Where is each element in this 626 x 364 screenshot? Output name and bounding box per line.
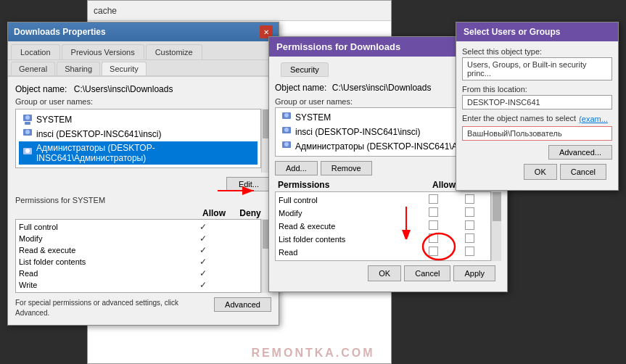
cb-full-allow[interactable] [429, 194, 438, 204]
perm-modify-allow: ✓ [185, 233, 221, 244]
dp-perm-listfolder-deny [451, 233, 487, 245]
perm-deny-header: Deny [232, 208, 268, 218]
tab-location[interactable]: Location [11, 44, 60, 59]
tab-general[interactable]: General [11, 62, 55, 75]
svg-point-2 [25, 115, 30, 120]
perm-fullcontrol-allow: ✓ [185, 222, 221, 232]
dp-perm-listfolder-name: List folder contents [279, 235, 415, 244]
perms-cancel-button[interactable]: Cancel [404, 265, 450, 281]
perms-add-button[interactable]: Add... [275, 161, 318, 175]
svg-rect-1 [25, 122, 30, 125]
perms-user-name-admins: Администраторы (DESKTOP-INSC641\Адми... [295, 141, 481, 152]
svg-point-8 [284, 113, 289, 117]
dp-perm-full-deny [451, 194, 487, 206]
select-users-title: Select Users or Groups [456, 22, 618, 41]
tab-security[interactable]: Security [102, 62, 147, 75]
select-location-label: From this location: [462, 85, 612, 94]
user-name-system: SYSTEM [36, 115, 72, 125]
file-explorer-title: cache [94, 6, 385, 16]
cb-readexec-deny[interactable] [465, 220, 474, 230]
file-explorer-titlebar: cache [88, 1, 391, 21]
perm-write-allow: ✓ [185, 280, 221, 290]
edit-button[interactable]: Edit... [226, 177, 271, 191]
dp-perm-read-name: Read [279, 248, 415, 257]
svg-point-12 [284, 142, 289, 146]
perm-read-name: Read [19, 269, 185, 278]
perm-row-write: Write ✓ [19, 279, 258, 291]
cb-listfolder-deny[interactable] [465, 233, 474, 243]
perms-apply-button[interactable]: Apply [453, 265, 495, 281]
dp-perm-full-name: Full control [279, 196, 415, 204]
props-group-label: Group or user names: [15, 97, 271, 106]
cb-listfolder-allow[interactable] [429, 233, 438, 243]
cb-read-allow[interactable] [429, 247, 438, 256]
select-objecttype-label: Select this object type: [462, 47, 612, 56]
dp-perm-row-readexec: Read & execute [279, 220, 487, 233]
perm-modify-name: Modify [19, 234, 185, 243]
perms-ok-button[interactable]: OK [368, 265, 401, 281]
props-perm-title: Permissions for SYSTEM [15, 196, 271, 204]
cb-modify-allow[interactable] [429, 207, 438, 217]
perm-readexec-name: Read & execute [19, 246, 185, 255]
perms-user-icon-insci [281, 126, 292, 138]
perm-readexec-allow: ✓ [185, 245, 221, 255]
downloads-properties-dialog: Downloads Properties ✕ Location Previous… [7, 22, 279, 326]
user-item-insci[interactable]: insci (DESKTOP-INSC641\insci) [19, 127, 258, 141]
tab-sharing[interactable]: Sharing [57, 62, 100, 75]
dp-perm-readexec-name: Read & execute [279, 222, 415, 231]
tab-previous-versions[interactable]: Previous Versions [62, 44, 144, 59]
cb-modify-deny[interactable] [465, 207, 474, 217]
perms-object-label: Object name: [275, 83, 326, 93]
props-users-box: SYSTEM insci (DESKTOP-INSC641\insci) Адм… [15, 109, 261, 168]
dp-perm-row-modify: Modify [279, 207, 487, 220]
select-users-dialog: Select Users or Groups Select this objec… [456, 22, 619, 191]
props-object-row: Object name: C:\Users\insci\Downloads [15, 84, 271, 94]
props-object-value: C:\Users\insci\Downloads [74, 84, 173, 94]
dp-perm-scrollbar-thumb [493, 192, 501, 221]
select-advanced-button[interactable]: Advanced... [548, 145, 612, 160]
dp-perm-modify-name: Modify [279, 209, 415, 218]
perm-row-modify: Modify ✓ [19, 233, 258, 244]
perm-listfolder-allow: ✓ [185, 257, 221, 267]
props-object-label: Object name: [15, 84, 67, 94]
user-name-insci: insci (DESKTOP-INSC641\insci) [36, 129, 162, 139]
perms-user-icon-system [281, 112, 292, 123]
dp-perm-row-full: Full control [279, 194, 487, 207]
dp-perm-row-read: Read [279, 246, 487, 259]
perms-perm-title: Permissions [278, 180, 426, 190]
props-perm-box: Full control ✓ Modify ✓ Read & execute ✓ [15, 219, 261, 293]
perm-fullcontrol-name: Full control [19, 223, 185, 231]
dp-perm-listfolder-allow [415, 233, 451, 245]
perm-row-listfolder: List folder contents ✓ [19, 256, 258, 268]
perms-perm-box: Full control Modify Read & execute List … [275, 191, 491, 261]
props-perm-section: Permissions for SYSTEM Allow Deny Full c… [15, 196, 271, 293]
dp-perm-full-allow [415, 194, 451, 206]
dp-perm-scrollbar[interactable] [491, 191, 501, 261]
advanced-button[interactable]: Advanced [214, 297, 271, 312]
cb-full-deny[interactable] [465, 194, 474, 204]
perms-remove-button[interactable]: Remove [321, 161, 372, 175]
cb-readexec-allow[interactable] [429, 220, 438, 230]
dp-perm-readexec-deny [451, 220, 487, 232]
perms-security-tab[interactable]: Security [281, 62, 329, 77]
select-cancel-button[interactable]: Cancel [560, 164, 606, 180]
tab-customize[interactable]: Customize [146, 44, 202, 59]
svg-point-4 [25, 130, 30, 134]
dp-perm-modify-allow [415, 207, 451, 219]
props-body: Object name: C:\Users\insci\Downloads Gr… [8, 77, 279, 325]
perms-object-value: C:\Users\insci\Downloads [332, 83, 432, 93]
select-footer: OK Cancel [462, 160, 612, 184]
perm-box-inner: Full control ✓ Modify ✓ Read & execute ✓ [16, 220, 260, 292]
user-icon-insci [22, 128, 33, 140]
user-icon-admins [22, 147, 33, 159]
user-item-admins[interactable]: Администраторы (DESKTOP-INSC641\Админист… [19, 141, 258, 165]
props-title: Downloads Properties [14, 27, 106, 37]
perm-row-read: Read ✓ [19, 268, 258, 279]
select-names-input[interactable] [462, 126, 612, 141]
user-item-system[interactable]: SYSTEM [19, 112, 258, 127]
select-example-link[interactable]: (exam... [579, 115, 608, 123]
props-footer-text: For special permissions or advanced sett… [15, 299, 178, 317]
select-ok-button[interactable]: OK [524, 164, 557, 180]
props-footer-row: Advanced For special permissions or adva… [15, 297, 271, 318]
cb-read-deny[interactable] [465, 247, 474, 256]
